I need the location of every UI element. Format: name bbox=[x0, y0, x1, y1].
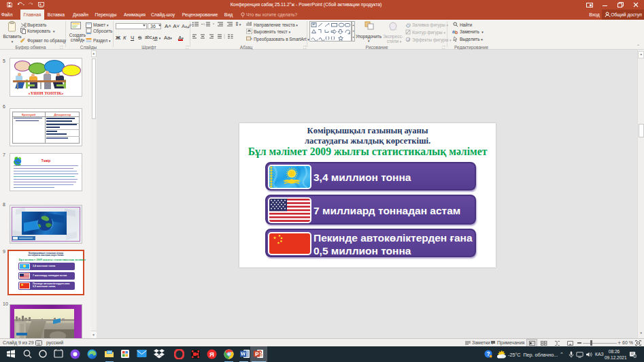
svg-text:b: b bbox=[455, 30, 458, 35]
svg-text:?: ? bbox=[486, 350, 490, 357]
svg-text:Я: Я bbox=[209, 350, 214, 358]
svg-text:1.: 1. bbox=[203, 22, 205, 26]
